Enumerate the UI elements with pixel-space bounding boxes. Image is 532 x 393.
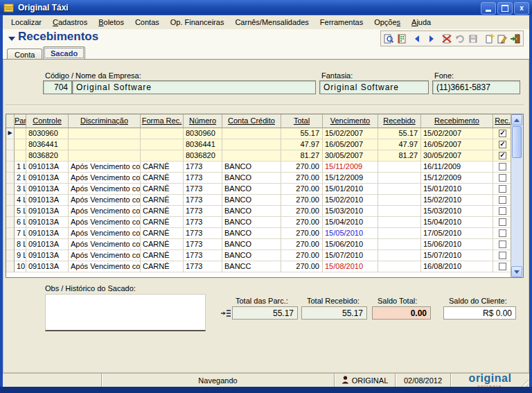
- menu-boletos[interactable]: Boletos: [93, 17, 130, 28]
- menu-contas[interactable]: Contas: [130, 17, 165, 28]
- save-icon[interactable]: [467, 33, 479, 45]
- close-button[interactable]: x: [514, 2, 529, 15]
- scroll-down-icon[interactable]: [511, 266, 522, 277]
- parcel-list-icon[interactable]: [220, 308, 231, 319]
- rec-checkbox[interactable]: [499, 241, 506, 248]
- rec-checkbox[interactable]: [499, 185, 506, 193]
- resize-grip[interactable]: [521, 379, 529, 387]
- rec-checkbox[interactable]: [499, 218, 506, 226]
- cell-conta-credito: BANCO: [222, 250, 281, 261]
- obs-textarea[interactable]: [45, 294, 206, 331]
- tab-strip: Conta Sacado: [3, 46, 529, 60]
- menu-ferramentas[interactable]: Ferramentas: [314, 17, 369, 28]
- new-record-icon[interactable]: [483, 33, 495, 45]
- maximize-button[interactable]: [497, 2, 513, 15]
- cell-par: [15, 128, 26, 139]
- rec-checkbox[interactable]: [499, 141, 506, 148]
- rec-checkbox[interactable]: [499, 152, 506, 159]
- table-row[interactable]: 1 L 091013A Após Vencimento cobrar CARNÊ…: [6, 161, 513, 173]
- cell-forma-rec: CARNÊ: [141, 195, 184, 206]
- cell-conta-credito: BANCO: [222, 195, 281, 206]
- user-icon: [342, 376, 349, 385]
- cancel-record-icon[interactable]: [441, 33, 453, 45]
- menu-op-financeiras[interactable]: Op. Financeiras: [165, 17, 230, 28]
- minimize-button[interactable]: [481, 2, 496, 15]
- header-par[interactable]: Par: [15, 114, 26, 128]
- menu-localizar[interactable]: Localizar: [6, 17, 47, 28]
- rec-checkbox[interactable]: [499, 163, 506, 171]
- rec-checkbox[interactable]: [499, 130, 506, 137]
- cell-conta-credito: BANCO: [222, 239, 281, 250]
- cell-recebimento: 15/02/2007: [421, 128, 493, 139]
- header-vencimento[interactable]: Vencimento: [323, 114, 378, 128]
- saldo-total-label: Saldo Total:: [378, 297, 417, 305]
- menu-carnes-mensalidades[interactable]: Carnês/Mensalidades: [229, 17, 314, 28]
- table-row[interactable]: 10 L 091013A Após Vencimento cobrar CARN…: [6, 261, 513, 272]
- cell-recebido: [378, 206, 421, 217]
- rec-checkbox[interactable]: [499, 196, 506, 204]
- app-window: Original Táxi x Localizar Cadastros Bole…: [0, 0, 532, 393]
- cell-numero: 1773: [184, 239, 222, 250]
- row-indicator-cell: [6, 239, 15, 250]
- next-record-icon[interactable]: [425, 33, 437, 45]
- edit-record-icon[interactable]: [496, 33, 508, 45]
- cell-conta-credito: BANCO: [222, 228, 281, 239]
- cell-controle: 091013A: [26, 173, 69, 184]
- cell-conta-credito: [222, 139, 281, 150]
- table-row[interactable]: 5 L 091013A Após Vencimento cobrar CARNÊ…: [6, 206, 513, 217]
- cell-recebido: [378, 173, 421, 184]
- cell-discriminacao: Após Vencimento cobrar: [69, 161, 141, 173]
- previous-record-icon[interactable]: [411, 33, 424, 45]
- find-icon[interactable]: [382, 33, 395, 45]
- table-row[interactable]: 7 L 091013A Após Vencimento cobrar CARNÊ…: [6, 228, 513, 239]
- toolbar: [380, 30, 524, 46]
- cell-discriminacao: Após Vencimento cobrar: [69, 261, 141, 272]
- fone-field[interactable]: (11)3661-5837: [432, 80, 520, 94]
- rec-checkbox[interactable]: [499, 174, 506, 182]
- row-indicator-cell: [6, 128, 15, 139]
- rec-checkbox[interactable]: [499, 263, 506, 270]
- rec-checkbox[interactable]: [499, 207, 506, 215]
- find-record-icon[interactable]: [396, 33, 408, 45]
- table-row[interactable]: 9 L 091013A Após Vencimento cobrar CARNÊ…: [6, 250, 513, 261]
- tab-conta[interactable]: Conta: [7, 49, 42, 60]
- row-indicator-cell: [6, 173, 15, 184]
- cell-forma-rec: [141, 128, 184, 139]
- collapse-caret-icon[interactable]: [8, 37, 15, 41]
- table-row[interactable]: 8030960 8030960 55.17 15/02/2007 55.17 1…: [6, 128, 513, 139]
- header-recebimento[interactable]: Recebimento: [421, 114, 493, 128]
- empresa-codigo-field[interactable]: 704: [43, 80, 72, 94]
- scrollbar-thumb[interactable]: [512, 126, 522, 158]
- table-row[interactable]: 3 L 091013A Após Vencimento cobrar CARNÊ…: [6, 184, 513, 195]
- table-row[interactable]: 6 L 091013A Após Vencimento cobrar CARNÊ…: [6, 217, 513, 228]
- rec-checkbox[interactable]: [499, 229, 506, 237]
- cell-par: 2 L: [15, 173, 26, 184]
- exit-icon[interactable]: [509, 33, 522, 45]
- cell-controle: 091013A: [26, 261, 69, 272]
- header-conta-credito[interactable]: Conta Crédito: [222, 114, 281, 128]
- vertical-scrollbar[interactable]: [511, 114, 523, 277]
- menu-opcoes[interactable]: Opções: [369, 17, 406, 28]
- header-rec[interactable]: Rec.: [493, 114, 513, 128]
- header-forma-rec[interactable]: Forma Rec.: [141, 114, 184, 128]
- menu-cadastros[interactable]: Cadastros: [47, 17, 93, 28]
- row-indicator-cell: [6, 150, 15, 161]
- fantasia-field[interactable]: Original Software: [319, 80, 429, 94]
- table-row[interactable]: 2 L 091013A Após Vencimento cobrar CARNÊ…: [6, 173, 513, 184]
- table-row[interactable]: 8 L 091013A Após Vencimento cobrar CARNÊ…: [6, 239, 513, 250]
- table-row[interactable]: 8036820 8036820 81.27 30/05/2007 81.27 3…: [6, 150, 513, 161]
- tab-sacado[interactable]: Sacado: [43, 46, 85, 60]
- header-recebido[interactable]: Recebido: [378, 114, 421, 128]
- menu-ajuda[interactable]: Ajuda: [406, 17, 436, 28]
- header-controle[interactable]: Controle: [26, 114, 69, 128]
- empresa-nome-field[interactable]: Original Software: [72, 80, 316, 94]
- table-row[interactable]: 8036441 8036441 47.97 16/05/2007 47.97 1…: [6, 139, 513, 150]
- table-row[interactable]: 4 L 091013A Após Vencimento cobrar CARNÊ…: [6, 195, 513, 206]
- header-numero[interactable]: Número: [184, 114, 222, 128]
- header-discriminacao[interactable]: Discriminação: [69, 114, 141, 128]
- rec-checkbox[interactable]: [499, 252, 506, 259]
- cell-vencimento: 15/06/2010: [323, 239, 378, 250]
- scroll-up-icon[interactable]: [511, 114, 522, 125]
- header-total[interactable]: Total: [281, 114, 323, 128]
- undo-icon[interactable]: [454, 33, 466, 45]
